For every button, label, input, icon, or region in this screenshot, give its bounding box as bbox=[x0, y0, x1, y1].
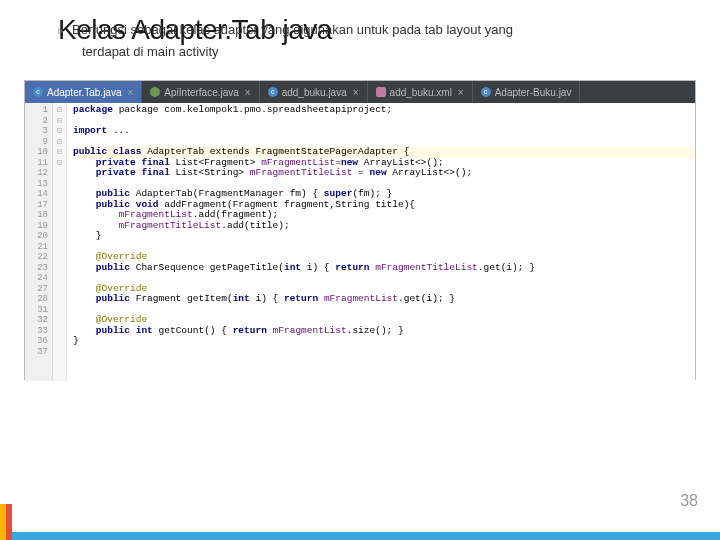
bullet-arrow-icon: ▹ bbox=[58, 24, 64, 36]
bullet-line-1: ▹Berfungsi sebagai kelas adapter yang di… bbox=[58, 22, 513, 37]
code-editor-window: cAdapter.Tab.java× ApiInterface.java× ca… bbox=[24, 80, 696, 380]
fold-gutter[interactable]: ⊟⊟⊟⊟⊟⊟ bbox=[53, 103, 67, 381]
line-number-gutter: 1239101112131417181920212223242728313233… bbox=[25, 103, 53, 381]
xml-icon bbox=[376, 87, 386, 97]
bullet-line-2: terdapat di main activity bbox=[82, 44, 720, 59]
close-icon[interactable]: × bbox=[353, 87, 359, 98]
close-icon[interactable]: × bbox=[458, 87, 464, 98]
tab-add-buku-java[interactable]: cadd_buku.java× bbox=[260, 81, 368, 103]
class-icon: c bbox=[33, 87, 43, 97]
interface-icon bbox=[150, 87, 160, 97]
code-area[interactable]: package package com.kelompok1.pmo.spread… bbox=[67, 103, 695, 381]
class-icon: c bbox=[481, 87, 491, 97]
close-icon[interactable]: × bbox=[245, 87, 251, 98]
class-icon: c bbox=[268, 87, 278, 97]
tab-api-interface[interactable]: ApiInterface.java× bbox=[142, 81, 259, 103]
editor-body: 1239101112131417181920212223242728313233… bbox=[25, 103, 695, 381]
tab-adapter-tab[interactable]: cAdapter.Tab.java× bbox=[25, 81, 142, 103]
footer-accent bbox=[0, 504, 720, 540]
close-icon[interactable]: × bbox=[128, 87, 134, 98]
editor-tab-bar: cAdapter.Tab.java× ApiInterface.java× ca… bbox=[25, 81, 695, 103]
tab-adapter-buku[interactable]: cAdapter-Buku.jav bbox=[473, 81, 581, 103]
tab-add-buku-xml[interactable]: add_buku.xml× bbox=[368, 81, 473, 103]
